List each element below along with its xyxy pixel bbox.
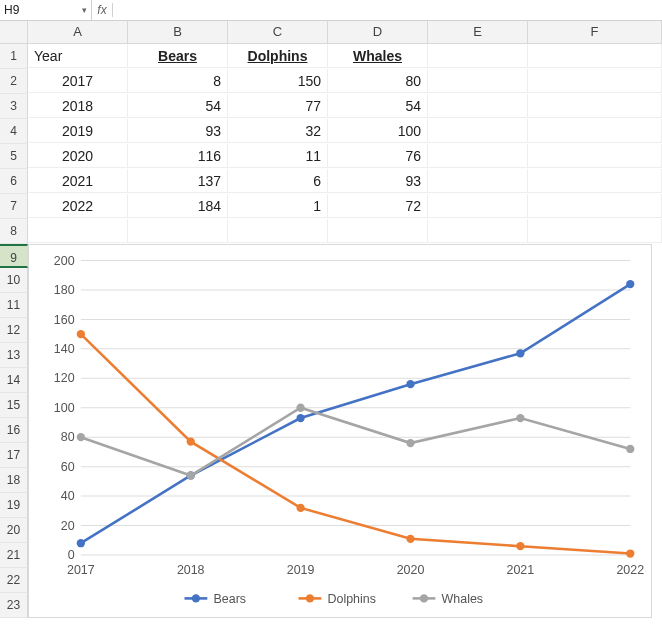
svg-text:40: 40: [61, 489, 75, 503]
svg-text:2021: 2021: [507, 563, 535, 577]
cell[interactable]: [428, 144, 528, 168]
cell[interactable]: 93: [128, 119, 228, 143]
cell[interactable]: 6: [228, 169, 328, 193]
cell-text: 93: [205, 123, 221, 139]
row-header[interactable]: 11: [0, 293, 28, 318]
svg-point-38: [516, 542, 524, 550]
row-header[interactable]: 6: [0, 169, 28, 194]
cell[interactable]: [528, 219, 662, 243]
cell[interactable]: 54: [128, 94, 228, 118]
svg-text:2019: 2019: [287, 563, 315, 577]
fx-icon[interactable]: fx: [92, 3, 113, 17]
cell-text: 2017: [62, 73, 93, 89]
svg-point-42: [296, 404, 304, 412]
cell[interactable]: 184: [128, 194, 228, 218]
cell[interactable]: [128, 219, 228, 243]
cell[interactable]: 2017: [28, 69, 128, 93]
row-header[interactable]: 13: [0, 343, 28, 368]
row-header[interactable]: 14: [0, 368, 28, 393]
svg-point-53: [420, 594, 428, 602]
row-header[interactable]: 20: [0, 518, 28, 543]
chart-container[interactable]: 0204060801001201401601802002017201820192…: [28, 244, 662, 618]
cell[interactable]: 1: [228, 194, 328, 218]
cell[interactable]: [428, 194, 528, 218]
col-header-B[interactable]: B: [128, 21, 228, 44]
cell[interactable]: [428, 119, 528, 143]
cell[interactable]: [528, 194, 662, 218]
cell[interactable]: 11: [228, 144, 328, 168]
svg-text:180: 180: [54, 283, 75, 297]
cell[interactable]: [28, 219, 128, 243]
cell[interactable]: 80: [328, 69, 428, 93]
cell[interactable]: [528, 94, 662, 118]
cell[interactable]: [328, 219, 428, 243]
cell[interactable]: [428, 94, 528, 118]
row-header[interactable]: 12: [0, 318, 28, 343]
chevron-down-icon[interactable]: ▾: [82, 5, 87, 15]
row-header[interactable]: 2: [0, 69, 28, 94]
row-header[interactable]: 15: [0, 393, 28, 418]
col-header-D[interactable]: D: [328, 21, 428, 44]
cell[interactable]: [528, 144, 662, 168]
row-header[interactable]: 16: [0, 418, 28, 443]
cell[interactable]: 100: [328, 119, 428, 143]
svg-point-35: [187, 437, 195, 445]
row-header[interactable]: 8: [0, 219, 28, 244]
svg-point-43: [406, 439, 414, 447]
cell[interactable]: Whales: [328, 44, 428, 68]
cell[interactable]: [528, 44, 662, 68]
row-header[interactable]: 23: [0, 593, 28, 618]
cell[interactable]: 116: [128, 144, 228, 168]
row-header[interactable]: 4: [0, 119, 28, 144]
cell[interactable]: Year: [28, 44, 128, 68]
cell-text: Bears: [158, 48, 197, 64]
cell[interactable]: 72: [328, 194, 428, 218]
cell[interactable]: [528, 119, 662, 143]
row-header[interactable]: 7: [0, 194, 28, 219]
embedded-chart[interactable]: 0204060801001201401601802002017201820192…: [28, 244, 652, 618]
cell[interactable]: [528, 169, 662, 193]
select-all-corner[interactable]: [0, 21, 28, 44]
cell[interactable]: [428, 169, 528, 193]
cell[interactable]: [528, 69, 662, 93]
row-header[interactable]: 21: [0, 543, 28, 568]
col-header-C[interactable]: C: [228, 21, 328, 44]
row-header[interactable]: 19: [0, 493, 28, 518]
cell[interactable]: 2021: [28, 169, 128, 193]
row-header[interactable]: 5: [0, 144, 28, 169]
row-header[interactable]: 1: [0, 44, 28, 69]
cell[interactable]: 2018: [28, 94, 128, 118]
cell[interactable]: 137: [128, 169, 228, 193]
cell-text: 137: [198, 173, 221, 189]
cell[interactable]: 77: [228, 94, 328, 118]
cell[interactable]: 76: [328, 144, 428, 168]
name-box[interactable]: H9 ▾: [0, 0, 92, 20]
row-header[interactable]: 22: [0, 568, 28, 593]
row-header[interactable]: 10: [0, 268, 28, 293]
cell[interactable]: 2022: [28, 194, 128, 218]
svg-point-37: [406, 535, 414, 543]
cell[interactable]: [428, 69, 528, 93]
cell[interactable]: 32: [228, 119, 328, 143]
row-header[interactable]: 9: [0, 244, 28, 268]
cell[interactable]: 54: [328, 94, 428, 118]
cell[interactable]: 2019: [28, 119, 128, 143]
cell[interactable]: 150: [228, 69, 328, 93]
spreadsheet-grid: A B C D E F 1 Year Bears Dolphins Whales…: [0, 21, 662, 618]
cell[interactable]: [228, 219, 328, 243]
col-header-E[interactable]: E: [428, 21, 528, 44]
cell[interactable]: Dolphins: [228, 44, 328, 68]
row-header[interactable]: 17: [0, 443, 28, 468]
col-header-F[interactable]: F: [528, 21, 662, 44]
svg-point-33: [626, 280, 634, 288]
col-header-A[interactable]: A: [28, 21, 128, 44]
cell[interactable]: [428, 44, 528, 68]
cell[interactable]: 93: [328, 169, 428, 193]
cell[interactable]: [428, 219, 528, 243]
row-header[interactable]: 3: [0, 94, 28, 119]
cell-text: 100: [398, 123, 421, 139]
cell[interactable]: Bears: [128, 44, 228, 68]
cell[interactable]: 2020: [28, 144, 128, 168]
cell[interactable]: 8: [128, 69, 228, 93]
row-header[interactable]: 18: [0, 468, 28, 493]
